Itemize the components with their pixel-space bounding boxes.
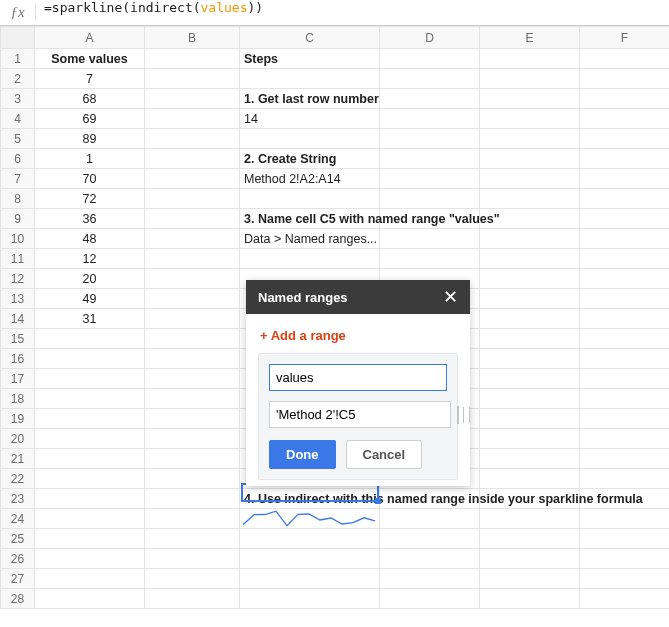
cell-A5[interactable]: 89 — [35, 129, 145, 149]
cell-A20[interactable] — [35, 429, 145, 449]
cell-F17[interactable] — [580, 369, 670, 389]
cell-E8[interactable] — [480, 189, 580, 209]
cell-E2[interactable] — [480, 69, 580, 89]
cell-B1[interactable] — [145, 49, 240, 69]
cell-B5[interactable] — [145, 129, 240, 149]
row-header[interactable]: 3 — [1, 89, 35, 109]
cell-F21[interactable] — [580, 449, 670, 469]
cell-A8[interactable]: 72 — [35, 189, 145, 209]
cell-F15[interactable] — [580, 329, 670, 349]
cell-D2[interactable] — [380, 69, 480, 89]
row-header[interactable]: 26 — [1, 549, 35, 569]
cell-A10[interactable]: 48 — [35, 229, 145, 249]
cell-C10[interactable]: Data > Named ranges... — [240, 229, 380, 249]
cell-B8[interactable] — [145, 189, 240, 209]
cell-E1[interactable] — [480, 49, 580, 69]
cell-B10[interactable] — [145, 229, 240, 249]
cell-D25[interactable] — [380, 529, 480, 549]
cell-B3[interactable] — [145, 89, 240, 109]
col-header-C[interactable]: C — [240, 27, 380, 49]
cell-A17[interactable] — [35, 369, 145, 389]
cell-A12[interactable]: 20 — [35, 269, 145, 289]
cell-F12[interactable] — [580, 269, 670, 289]
cell-B13[interactable] — [145, 289, 240, 309]
cell-D7[interactable] — [380, 169, 480, 189]
col-header-F[interactable]: F — [580, 27, 670, 49]
cell-F18[interactable] — [580, 389, 670, 409]
cell-A4[interactable]: 69 — [35, 109, 145, 129]
cell-D24[interactable] — [380, 509, 480, 529]
cell-F6[interactable] — [580, 149, 670, 169]
cell-C2[interactable] — [240, 69, 380, 89]
cell-A3[interactable]: 68 — [35, 89, 145, 109]
cell-C5[interactable] — [240, 129, 380, 149]
col-header-B[interactable]: B — [145, 27, 240, 49]
cell-C7[interactable]: Method 2!A2:A14 — [240, 169, 380, 189]
cell-E11[interactable] — [480, 249, 580, 269]
cell-F8[interactable] — [580, 189, 670, 209]
cell-A27[interactable] — [35, 569, 145, 589]
cell-D28[interactable] — [380, 589, 480, 609]
cell-F4[interactable] — [580, 109, 670, 129]
cell-C28[interactable] — [240, 589, 380, 609]
cell-A22[interactable] — [35, 469, 145, 489]
row-header[interactable]: 12 — [1, 269, 35, 289]
cell-D3[interactable] — [380, 89, 480, 109]
cell-B18[interactable] — [145, 389, 240, 409]
cell-D5[interactable] — [380, 129, 480, 149]
cell-F16[interactable] — [580, 349, 670, 369]
row-header[interactable]: 14 — [1, 309, 35, 329]
done-button[interactable]: Done — [269, 440, 336, 469]
row-header[interactable]: 21 — [1, 449, 35, 469]
cell-B16[interactable] — [145, 349, 240, 369]
cell-D11[interactable] — [380, 249, 480, 269]
cell-F14[interactable] — [580, 309, 670, 329]
cell-B15[interactable] — [145, 329, 240, 349]
cell-F11[interactable] — [580, 249, 670, 269]
cell-A13[interactable]: 49 — [35, 289, 145, 309]
cell-C11[interactable] — [240, 249, 380, 269]
cell-E12[interactable] — [480, 269, 580, 289]
cell-D10[interactable] — [380, 229, 480, 249]
row-header[interactable]: 25 — [1, 529, 35, 549]
cell-B22[interactable] — [145, 469, 240, 489]
cell-E19[interactable] — [480, 409, 580, 429]
cell-E20[interactable] — [480, 429, 580, 449]
cell-E3[interactable] — [480, 89, 580, 109]
cell-F20[interactable] — [580, 429, 670, 449]
row-header[interactable]: 27 — [1, 569, 35, 589]
cell-E13[interactable] — [480, 289, 580, 309]
cell-B12[interactable] — [145, 269, 240, 289]
add-range-link[interactable]: + Add a range — [258, 324, 458, 353]
cancel-button[interactable]: Cancel — [346, 440, 423, 469]
cell-A11[interactable]: 12 — [35, 249, 145, 269]
cell-F28[interactable] — [580, 589, 670, 609]
cell-E5[interactable] — [480, 129, 580, 149]
cell-E24[interactable] — [480, 509, 580, 529]
cell-A18[interactable] — [35, 389, 145, 409]
cell-A9[interactable]: 36 — [35, 209, 145, 229]
cell-F26[interactable] — [580, 549, 670, 569]
row-header[interactable]: 17 — [1, 369, 35, 389]
cell-C8[interactable] — [240, 189, 380, 209]
cell-A26[interactable] — [35, 549, 145, 569]
cell-C25[interactable] — [240, 529, 380, 549]
row-header[interactable]: 7 — [1, 169, 35, 189]
cell-E26[interactable] — [480, 549, 580, 569]
cell-E14[interactable] — [480, 309, 580, 329]
cell-A19[interactable] — [35, 409, 145, 429]
row-header[interactable]: 28 — [1, 589, 35, 609]
row-header[interactable]: 23 — [1, 489, 35, 509]
col-header-A[interactable]: A — [35, 27, 145, 49]
cell-A6[interactable]: 1 — [35, 149, 145, 169]
cell-E16[interactable] — [480, 349, 580, 369]
cell-B11[interactable] — [145, 249, 240, 269]
cell-B2[interactable] — [145, 69, 240, 89]
cell-D1[interactable] — [380, 49, 480, 69]
cell-F1[interactable] — [580, 49, 670, 69]
cell-E22[interactable] — [480, 469, 580, 489]
cell-A1[interactable]: Some values — [35, 49, 145, 69]
cell-E21[interactable] — [480, 449, 580, 469]
select-range-icon[interactable] — [457, 406, 459, 424]
cell-A16[interactable] — [35, 349, 145, 369]
